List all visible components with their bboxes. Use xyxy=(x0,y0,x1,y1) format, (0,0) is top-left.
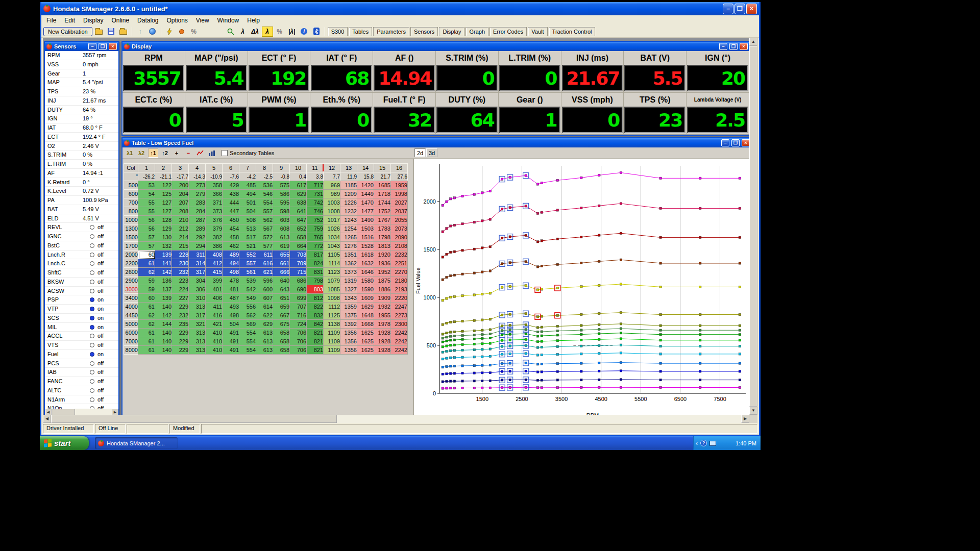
fuel-cell[interactable]: 517 xyxy=(239,233,256,242)
fuel-cell[interactable]: 447 xyxy=(223,207,239,216)
fuel-cell[interactable]: 1109 xyxy=(324,346,340,355)
fuel-cell[interactable]: 129 xyxy=(155,224,172,233)
fuel-cell[interactable]: 386 xyxy=(206,242,223,251)
fuel-cell[interactable]: 454 xyxy=(223,224,239,233)
fuel-cell[interactable]: 1932 xyxy=(374,303,391,311)
fuel-cell[interactable]: 289 xyxy=(189,224,206,233)
fuel-cell[interactable]: 716 xyxy=(290,311,307,320)
delta-lambda-icon[interactable]: Δλ xyxy=(250,27,261,37)
table-close-button[interactable]: × xyxy=(742,139,750,146)
fuel-cell[interactable]: 1625 xyxy=(357,337,374,346)
fuel-cell[interactable]: 1744 xyxy=(374,198,391,207)
map-value-header[interactable]: 21.7 xyxy=(374,172,391,181)
fuel-cell[interactable]: 207 xyxy=(172,198,189,207)
fuel-cell[interactable]: 1003 xyxy=(324,198,340,207)
map-value-header[interactable]: -0.8 xyxy=(273,172,290,181)
fuel-cell[interactable]: 1783 xyxy=(374,224,391,233)
row-header-2600[interactable]: 2600 xyxy=(124,268,138,277)
row-header-3400[interactable]: 3400 xyxy=(124,294,138,303)
fuel-cell[interactable]: 141 xyxy=(155,259,172,268)
fuel-cell[interactable]: 1017 xyxy=(324,216,340,224)
fuel-cell[interactable]: 223 xyxy=(172,277,189,285)
fuel-cell[interactable]: 229 xyxy=(172,346,189,355)
find-icon[interactable] xyxy=(225,27,236,37)
display-maximize-button[interactable]: ❐ xyxy=(729,43,738,50)
fuel-cell[interactable]: 765 xyxy=(307,233,324,242)
fuel-cell[interactable]: 491 xyxy=(223,337,239,346)
fuel-cell[interactable]: 292 xyxy=(189,233,206,242)
fuel-cell[interactable]: 56 xyxy=(138,224,155,233)
fuel-cell[interactable]: 831 xyxy=(307,268,324,277)
fuel-cell[interactable]: 569 xyxy=(239,320,256,329)
fuel-cell[interactable]: 2037 xyxy=(391,207,408,216)
fuel-cell[interactable]: 458 xyxy=(223,233,239,242)
fuel-cell[interactable]: 61 xyxy=(138,259,155,268)
fuel-cell[interactable]: 817 xyxy=(307,251,324,259)
workspace-horizontal-scrollbar[interactable]: ◀ ▶ xyxy=(43,415,749,423)
fuel-cell[interactable]: 709 xyxy=(290,259,307,268)
fuel-cell[interactable]: 317 xyxy=(189,311,206,320)
map-value-header[interactable]: -21.1 xyxy=(155,172,172,181)
fuel-cell[interactable]: 410 xyxy=(206,346,223,355)
fuel-cell[interactable]: 494 xyxy=(223,259,239,268)
fuel-cell[interactable]: 229 xyxy=(172,303,189,311)
row-header-7000[interactable]: 7000 xyxy=(124,337,138,346)
fuel-cell[interactable]: 1978 xyxy=(374,320,391,329)
fuel-cell[interactable]: 438 xyxy=(223,190,239,198)
map-value-header[interactable]: -4.2 xyxy=(239,172,256,181)
fuel-cell[interactable]: 822 xyxy=(307,303,324,311)
fuel-cell[interactable]: 140 xyxy=(155,329,172,337)
menu-item-view[interactable]: View xyxy=(192,16,213,25)
fuel-cell[interactable]: 1632 xyxy=(357,259,374,268)
fuel-cell[interactable]: 122 xyxy=(155,181,172,190)
fuel-cell[interactable]: 613 xyxy=(256,337,273,346)
fuel-cell[interactable]: 504 xyxy=(223,320,239,329)
fuel-cell[interactable]: 661 xyxy=(273,259,290,268)
fuel-cell[interactable]: 491 xyxy=(223,346,239,355)
row-header-4450[interactable]: 4450 xyxy=(124,311,138,320)
column-header-5[interactable]: 5 xyxy=(206,164,223,172)
fuel-cell[interactable]: 412 xyxy=(206,259,223,268)
fuel-cell[interactable]: 2180 xyxy=(391,277,408,285)
fuel-cell[interactable]: 429 xyxy=(223,181,239,190)
fuel-cell[interactable]: 613 xyxy=(256,346,273,355)
fuel-cell[interactable]: 273 xyxy=(189,181,206,190)
percent-icon[interactable]: % xyxy=(274,27,285,37)
fuel-cell[interactable]: 54 xyxy=(138,190,155,198)
fuel-cell[interactable]: 567 xyxy=(256,224,273,233)
fuel-cell[interactable]: 200 xyxy=(172,181,189,190)
fuel-cell[interactable]: 2270 xyxy=(391,268,408,277)
fuel-cell[interactable]: 1668 xyxy=(357,320,374,329)
fuel-cell[interactable]: 1618 xyxy=(357,251,374,259)
fuel-cell[interactable]: 1920 xyxy=(374,251,391,259)
fuel-cell[interactable]: 1470 xyxy=(357,198,374,207)
toolbar-button-error-codes[interactable]: Error Codes xyxy=(489,27,527,36)
fuel-cell[interactable]: 1356 xyxy=(340,329,357,337)
scroll-right-arrow[interactable]: ▶ xyxy=(741,415,749,423)
graph-bars-icon[interactable] xyxy=(207,148,217,158)
fuel-cell[interactable]: 699 xyxy=(290,294,307,303)
fuel-cell[interactable]: 667 xyxy=(273,311,290,320)
fuel-cell[interactable]: 317 xyxy=(189,268,206,277)
fuel-cell[interactable]: 1646 xyxy=(357,268,374,277)
fuel-cell[interactable]: 1185 xyxy=(340,181,357,190)
fuel-cell[interactable]: 1516 xyxy=(357,233,374,242)
display-tray-icon[interactable] xyxy=(709,441,716,446)
row-header-1300[interactable]: 1300 xyxy=(124,224,138,233)
toolbar-button-display[interactable]: Display xyxy=(439,27,464,36)
fuel-cell[interactable]: 513 xyxy=(239,224,256,233)
column-header-9[interactable]: 9 xyxy=(273,164,290,172)
fuel-cell[interactable]: 989 xyxy=(324,190,340,198)
row-header-2200[interactable]: 2200 xyxy=(124,259,138,268)
secondary-tables-checkbox[interactable] xyxy=(222,150,228,156)
fuel-cell[interactable]: 638 xyxy=(290,198,307,207)
fuel-cell[interactable]: 2220 xyxy=(391,294,408,303)
column-header-1[interactable]: 1 xyxy=(138,164,155,172)
fuel-cell[interactable]: 139 xyxy=(155,294,172,303)
fuel-cell[interactable]: 1254 xyxy=(340,224,357,233)
fuel-cell[interactable]: 652 xyxy=(290,224,307,233)
fuel-cell[interactable]: 554 xyxy=(239,329,256,337)
map-value-header[interactable]: 0.4 xyxy=(290,172,307,181)
fuel-cell[interactable]: 554 xyxy=(256,198,273,207)
fuel-cell[interactable]: 621 xyxy=(256,268,273,277)
